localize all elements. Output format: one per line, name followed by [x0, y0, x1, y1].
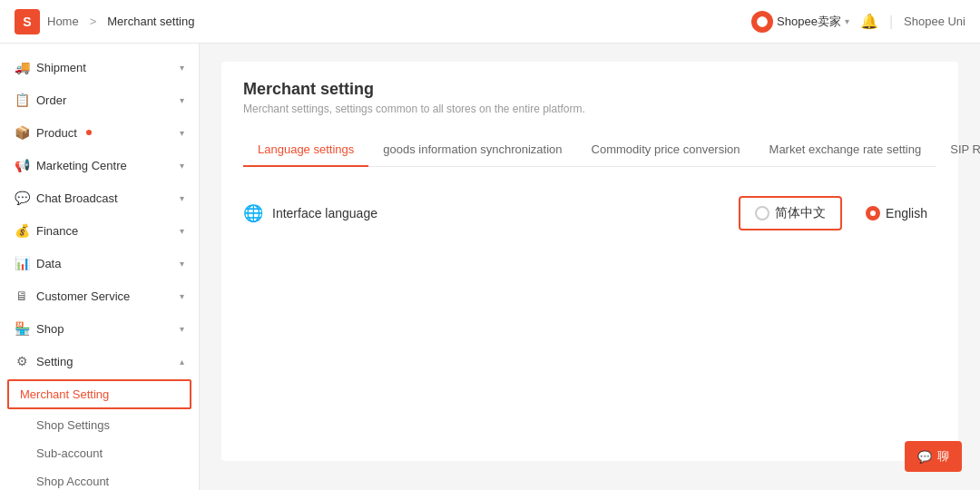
- chevron-up-icon: ▴: [180, 357, 184, 367]
- top-nav-right: Shopee卖家 ▾ 🔔 | Shopee Uni: [751, 11, 965, 33]
- chevron-down-icon: ▾: [180, 63, 184, 73]
- body-layout: 🚚 Shipment ▾ 📋 Order ▾ 📦 Product ▾ 📢 M: [0, 44, 980, 490]
- product-badge-dot: [86, 130, 92, 135]
- page-subtitle: Merchant settings, settings common to al…: [243, 103, 936, 115]
- chevron-down-icon: ▾: [180, 291, 184, 301]
- sidebar-sub-item-shop-settings[interactable]: Shop Settings: [0, 411, 199, 439]
- sidebar-item-shop[interactable]: 🏪 Shop ▾: [0, 312, 199, 345]
- tab-goods-sync[interactable]: goods information synchronization: [368, 133, 576, 167]
- chat-icon: 💬: [15, 191, 29, 205]
- content-card: Merchant setting Merchant settings, sett…: [221, 62, 958, 461]
- english-label: English: [886, 206, 927, 220]
- seller-name: Shopee卖家: [777, 14, 841, 30]
- sidebar-sub-label: Merchant Setting: [20, 387, 109, 401]
- home-link[interactable]: Home: [47, 15, 79, 28]
- sidebar-label: Data: [36, 257, 61, 270]
- breadcrumb-current: Merchant setting: [107, 15, 194, 28]
- shopee-logo-icon: S: [15, 9, 40, 34]
- chat-float-button[interactable]: 💬 聊: [905, 441, 962, 472]
- sidebar-item-chat[interactable]: 💬 Chat Broadcast ▾: [0, 181, 199, 214]
- sidebar-sub-label: Sub-account: [36, 446, 103, 460]
- breadcrumb-separator: >: [90, 15, 97, 28]
- sidebar-label: Product: [36, 126, 77, 140]
- sidebar-item-product[interactable]: 📦 Product ▾: [0, 116, 199, 149]
- sidebar-item-finance[interactable]: 💰 Finance ▾: [0, 214, 199, 247]
- finance-icon: 💰: [15, 223, 29, 238]
- chat-label: 聊: [937, 448, 949, 465]
- shipment-icon: 🚚: [15, 60, 29, 74]
- tab-price-conversion[interactable]: Commodity price conversion: [577, 133, 755, 167]
- product-icon: 📦: [15, 125, 29, 140]
- sidebar-item-order[interactable]: 📋 Order ▾: [0, 83, 199, 116]
- seller-menu[interactable]: Shopee卖家 ▾: [751, 11, 849, 33]
- sidebar-label: Order: [36, 93, 66, 107]
- customer-icon: 🖥: [15, 289, 29, 303]
- chevron-down-icon: ▾: [180, 193, 184, 203]
- chevron-down-icon: ▾: [180, 259, 184, 269]
- globe-icon: 🌐: [243, 203, 263, 223]
- language-options: 简体中文 English: [739, 196, 936, 230]
- sidebar-label: Customer Service: [36, 289, 130, 303]
- sidebar-sub-label: Shop Settings: [36, 418, 110, 432]
- marketing-icon: 📢: [15, 158, 29, 172]
- chevron-down-icon: ▾: [845, 16, 849, 26]
- chevron-down-icon: ▾: [180, 161, 184, 171]
- radio-english[interactable]: [866, 206, 880, 220]
- sidebar-label: Shipment: [36, 61, 86, 74]
- seller-logo-icon: [751, 11, 773, 33]
- radio-chinese[interactable]: [755, 206, 769, 220]
- language-option-english[interactable]: English: [857, 201, 936, 226]
- sidebar-item-data[interactable]: 📊 Data ▾: [0, 247, 199, 279]
- sidebar-label: Finance: [36, 224, 78, 238]
- main-content: Merchant setting Merchant settings, sett…: [200, 44, 980, 490]
- interface-language-label: Interface language: [272, 206, 377, 220]
- setting-icon: ⚙: [15, 354, 29, 368]
- shop-icon: 🏪: [15, 321, 29, 336]
- order-icon: 📋: [15, 93, 29, 107]
- top-navigation: S Home > Merchant setting Shopee卖家 ▾ 🔔 |…: [0, 0, 980, 44]
- tab-language[interactable]: Language settings: [243, 133, 368, 167]
- sidebar-label: Shop: [36, 322, 64, 336]
- sidebar-label: Marketing Centre: [36, 159, 127, 172]
- shopee-uni-link[interactable]: Shopee Uni: [904, 15, 965, 28]
- interface-language-row: 🌐 Interface language 简体中文 English: [243, 189, 936, 238]
- data-icon: 📊: [15, 256, 29, 270]
- notification-bell-icon[interactable]: 🔔: [860, 13, 878, 30]
- chevron-down-icon: ▾: [180, 226, 184, 236]
- page-title: Merchant setting: [243, 80, 936, 99]
- sidebar-label: Setting: [36, 355, 73, 368]
- tab-exchange-rate[interactable]: Market exchange rate setting: [755, 133, 936, 167]
- sidebar-label: Chat Broadcast: [36, 191, 118, 205]
- sidebar-item-setting[interactable]: ⚙ Setting ▴: [0, 345, 199, 377]
- merchant-setting-sub-item-box[interactable]: Merchant Setting: [7, 379, 191, 409]
- chevron-down-icon: ▾: [180, 95, 184, 105]
- sidebar-item-shipment[interactable]: 🚚 Shipment ▾: [0, 51, 199, 83]
- sidebar-item-marketing[interactable]: 📢 Marketing Centre ▾: [0, 149, 199, 181]
- tabs-bar: Language settings goods information sync…: [243, 133, 936, 167]
- sidebar-sub-item-sub-account[interactable]: Sub-account: [0, 439, 199, 467]
- chat-icon: 💬: [917, 450, 932, 464]
- chevron-down-icon: ▾: [180, 324, 184, 334]
- chinese-label: 简体中文: [775, 205, 826, 221]
- sidebar-sub-item-shop-account[interactable]: Shop Account: [0, 467, 199, 490]
- sidebar: 🚚 Shipment ▾ 📋 Order ▾ 📦 Product ▾ 📢 M: [0, 44, 200, 490]
- sidebar-sub-label: Shop Account: [36, 475, 109, 488]
- tab-sip-rate[interactable]: SIP Rate: [936, 133, 980, 167]
- sidebar-sub-item-merchant[interactable]: Merchant Setting: [9, 381, 190, 407]
- breadcrumb: S Home > Merchant setting: [15, 9, 194, 34]
- language-option-chinese[interactable]: 简体中文: [739, 196, 842, 230]
- chevron-down-icon: ▾: [180, 128, 184, 138]
- sidebar-item-customer[interactable]: 🖥 Customer Service ▾: [0, 279, 199, 312]
